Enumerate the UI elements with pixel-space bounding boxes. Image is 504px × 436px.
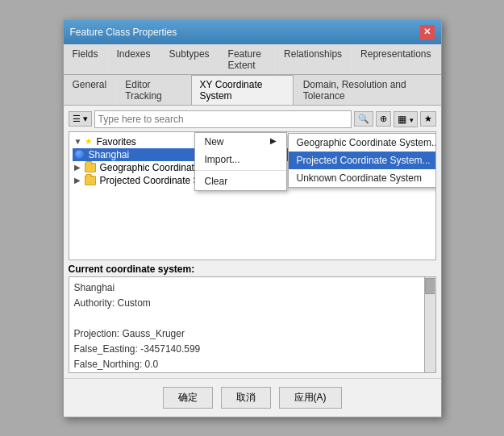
cs-text-block: Shanghai Authority: Custom Projection: G… (74, 280, 431, 373)
cs-info-panel: Shanghai Authority: Custom Projection: G… (69, 276, 436, 373)
cs-authority: Authority: Custom (74, 296, 419, 311)
submenu-proj[interactable]: Projected Coordinate System... (289, 152, 436, 169)
tabs-row2: General Editor Tracking XY Coordinate Sy… (64, 75, 441, 106)
search-input[interactable] (94, 110, 352, 128)
folder-icon-geo (85, 163, 96, 172)
cs-projection: Projection: Gauss_Kruger (74, 326, 419, 342)
search-button[interactable]: 🔍 (354, 111, 373, 127)
dialog-title: Feature Class Properties (70, 27, 177, 38)
favorites-star-icon: ★ (85, 136, 93, 147)
menu-import[interactable]: Import... (195, 151, 286, 168)
tab-editor-tracking[interactable]: Editor Tracking (116, 75, 190, 105)
tab-fields[interactable]: Fields (64, 44, 107, 74)
dialog-footer: 确定 取消 应用(A) (64, 378, 441, 417)
ok-button[interactable]: 确定 (163, 387, 213, 409)
tab-subtypes[interactable]: Subtypes (160, 44, 219, 74)
scrollbar-thumb[interactable] (425, 278, 435, 294)
tab-indexes[interactable]: Indexes (108, 44, 160, 74)
apply-button[interactable]: 应用(A) (279, 387, 342, 409)
dropdown-arrow: ▾ (410, 116, 414, 124)
tab-xy-coordinate[interactable]: XY Coordinate System (191, 75, 294, 105)
close-button[interactable]: ✕ (420, 25, 435, 39)
expand-icon: ▼ (74, 137, 82, 146)
feature-class-properties-dialog: Feature Class Properties ✕ Fields Indexe… (63, 19, 442, 417)
grid-icon: ▦ (398, 114, 406, 125)
expand-icon-geo: ▶ (74, 163, 82, 172)
folder-icon-proj (85, 176, 96, 185)
main-content: ☰ ▾ 🔍 ⊕ ▦ ▾ ★ ▼ ★ Favorites Shanghai ▶ (64, 106, 441, 378)
menu-separator (195, 170, 286, 171)
tab-general[interactable]: General (64, 75, 116, 105)
toolbar: ☰ ▾ 🔍 ⊕ ▦ ▾ ★ (69, 110, 436, 128)
menu-split-button[interactable]: ☰ ▾ (69, 111, 92, 127)
add-button[interactable]: ⊕ (376, 111, 391, 127)
new-submenu: Geographic Coordinate System... Projecte… (288, 133, 436, 188)
cs-name: Shanghai (74, 280, 419, 296)
tab-feature-extent[interactable]: Feature Extent (219, 44, 274, 74)
current-cs-label: Current coordinate system: (69, 264, 436, 275)
menu-new[interactable]: New ▶ (195, 133, 286, 151)
tabs-row1: Fields Indexes Subtypes Feature Extent R… (64, 44, 441, 75)
tab-representations[interactable]: Representations (352, 44, 439, 74)
globe-icon (74, 149, 85, 160)
expand-icon-proj: ▶ (74, 176, 82, 185)
cancel-button[interactable]: 取消 (221, 387, 271, 409)
new-dropdown-menu: New ▶ Import... Clear Geographic Coordin… (194, 132, 287, 191)
submenu-unknown[interactable]: Unknown Coordinate System (289, 169, 436, 187)
star-button[interactable]: ★ (420, 111, 436, 127)
favorites-label: Favorites (97, 136, 136, 147)
scrollbar[interactable] (424, 277, 435, 372)
grid-button[interactable]: ▦ ▾ (394, 111, 417, 127)
shanghai-label: Shanghai (89, 149, 130, 160)
submenu-arrow: ▶ (270, 136, 277, 145)
menu-clear[interactable]: Clear (195, 172, 286, 190)
coordinate-system-tree[interactable]: ▼ ★ Favorites Shanghai ▶ Geographic Coor… (69, 131, 436, 260)
tab-domain-resolution[interactable]: Domain, Resolution and Tolerance (294, 75, 440, 105)
submenu-geo[interactable]: Geographic Coordinate System... (289, 134, 436, 152)
cs-false-northing: False_Northing: 0.0 (74, 357, 419, 372)
tab-relationships[interactable]: Relationships (275, 44, 351, 74)
new-label: New (205, 136, 224, 147)
cs-false-easting: False_Easting: -3457140.599 (74, 342, 419, 357)
title-bar: Feature Class Properties ✕ (64, 20, 441, 44)
